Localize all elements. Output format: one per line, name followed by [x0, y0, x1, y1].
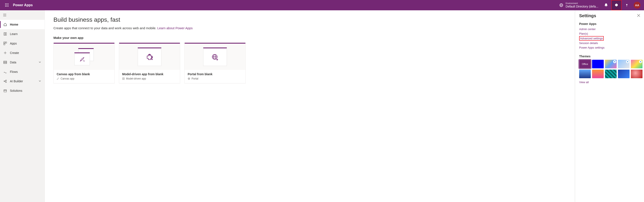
star-icon: ★: [639, 60, 642, 63]
main-content: Build business apps, fast Create apps th…: [45, 10, 575, 202]
svg-rect-2: [8, 3, 8, 4]
card-subtitle: Canvas app: [60, 77, 74, 80]
card-title: Model-driven app from blank: [122, 72, 177, 76]
brush-icon: [79, 57, 85, 62]
themes-title: Themes: [579, 55, 640, 58]
user-avatar[interactable]: AA: [634, 2, 640, 8]
sidebar-item-label: Flows: [10, 70, 18, 74]
sidebar-item-apps[interactable]: Apps: [0, 39, 44, 48]
environment-picker[interactable]: Environment Default Directory (defa...: [556, 2, 601, 8]
theme-office[interactable]: Office: [579, 60, 591, 68]
solutions-icon: [4, 89, 7, 93]
chevron-down-icon: [38, 60, 42, 64]
card-model-driven-app[interactable]: Model-driven app from blank Model-driven…: [119, 43, 180, 83]
globe-small-icon: [188, 77, 190, 80]
svg-rect-24: [4, 63, 7, 64]
svg-rect-0: [5, 3, 6, 4]
app-launcher-button[interactable]: [2, 0, 12, 10]
data-icon: [4, 61, 7, 64]
card-canvas-app[interactable]: Canvas app from blank Canvas app: [54, 43, 114, 83]
sidebar-item-label: Data: [10, 61, 16, 64]
theme-ocean[interactable]: [579, 70, 591, 78]
svg-rect-3: [5, 5, 6, 5]
settings-link-admin-center[interactable]: Admin center: [579, 27, 640, 31]
plus-icon: [4, 51, 7, 55]
sidebar-item-create[interactable]: Create: [0, 48, 44, 58]
sidebar-item-label: AI Builder: [10, 80, 23, 83]
canvas-illustration: [74, 48, 94, 65]
settings-button[interactable]: [611, 0, 622, 10]
settings-link-advanced-settings[interactable]: Advanced settings: [579, 36, 604, 41]
theme-sunset[interactable]: [592, 70, 604, 78]
section-title: Make your own app: [54, 36, 566, 40]
theme-blue[interactable]: [592, 60, 604, 68]
svg-rect-4: [6, 5, 7, 5]
card-subtitle: Portal: [192, 77, 198, 80]
theme-red-glow[interactable]: [631, 70, 642, 78]
theme-grid: Office ★ ★ ★: [579, 60, 640, 78]
svg-rect-6: [5, 6, 6, 7]
settings-group-title: Power Apps: [579, 22, 640, 26]
svg-rect-1: [6, 3, 7, 4]
close-button[interactable]: [637, 14, 640, 18]
book-icon: [4, 32, 7, 36]
theme-clouds[interactable]: ★: [618, 60, 630, 68]
svg-rect-18: [6, 42, 7, 43]
hamburger-icon: [3, 13, 6, 17]
sidebar: Home Learn Apps Create Data Flows AI Bui…: [0, 10, 45, 202]
sidebar-item-label: Apps: [10, 42, 17, 45]
svg-line-29: [5, 81, 6, 82]
waffle-icon: [5, 3, 8, 7]
sidebar-item-ai-builder[interactable]: AI Builder: [0, 77, 44, 86]
theme-circuit[interactable]: [605, 70, 617, 78]
sidebar-item-learn[interactable]: Learn: [0, 29, 44, 39]
theme-rainbow-1[interactable]: ★: [605, 60, 617, 68]
globe-plus-icon: [211, 54, 219, 61]
settings-link-power-apps-settings[interactable]: Power Apps settings: [579, 45, 640, 50]
svg-point-26: [6, 80, 6, 81]
environment-value: Default Directory (defa...: [566, 5, 598, 8]
home-icon: [4, 23, 7, 26]
star-icon: ★: [613, 60, 616, 63]
settings-link-plans[interactable]: Plan(s): [579, 31, 640, 36]
settings-link-session-details[interactable]: Session details: [579, 41, 640, 45]
globe-icon: [559, 3, 564, 7]
help-icon: [625, 3, 629, 7]
sidebar-item-label: Create: [10, 51, 19, 55]
learn-link[interactable]: Learn about Power Apps: [157, 26, 192, 30]
pencil-icon: [57, 77, 59, 80]
svg-line-28: [5, 80, 6, 81]
page-subtitle: Create apps that connect to your data an…: [54, 26, 566, 30]
svg-point-13: [626, 6, 627, 6]
notifications-button[interactable]: [601, 0, 611, 10]
app-title: Power Apps: [12, 3, 33, 7]
svg-rect-7: [6, 6, 7, 7]
module-icon: [122, 77, 125, 80]
app-template-cards: Canvas app from blank Canvas app Model-d…: [54, 43, 566, 83]
settings-panel: Settings Power Apps Admin center Plan(s)…: [575, 10, 644, 202]
svg-rect-19: [4, 44, 5, 45]
theme-navy[interactable]: [618, 70, 630, 78]
svg-rect-8: [8, 6, 8, 7]
svg-point-25: [4, 81, 5, 82]
sidebar-toggle[interactable]: [0, 10, 44, 20]
sidebar-item-home[interactable]: Home: [0, 20, 44, 29]
sidebar-item-label: Solutions: [10, 89, 22, 93]
card-title: Canvas app from blank: [57, 72, 112, 76]
themes-view-all[interactable]: View all: [579, 80, 640, 85]
star-icon: ★: [626, 60, 629, 63]
sidebar-item-solutions[interactable]: Solutions: [0, 86, 44, 96]
sidebar-item-data[interactable]: Data: [0, 58, 44, 67]
flow-icon: [4, 70, 7, 74]
svg-rect-17: [4, 42, 5, 43]
portal-illustration: [203, 47, 227, 66]
card-title: Portal from blank: [188, 72, 242, 76]
app-header: Power Apps Environment Default Directory…: [0, 0, 644, 10]
model-illustration: [138, 47, 162, 66]
theme-unicorn[interactable]: ★: [631, 60, 642, 68]
help-button[interactable]: [622, 0, 632, 10]
card-portal[interactable]: Portal from blank Portal: [184, 43, 246, 83]
sidebar-item-flows[interactable]: Flows: [0, 67, 44, 77]
apps-icon: [4, 42, 7, 45]
svg-point-27: [6, 82, 6, 83]
